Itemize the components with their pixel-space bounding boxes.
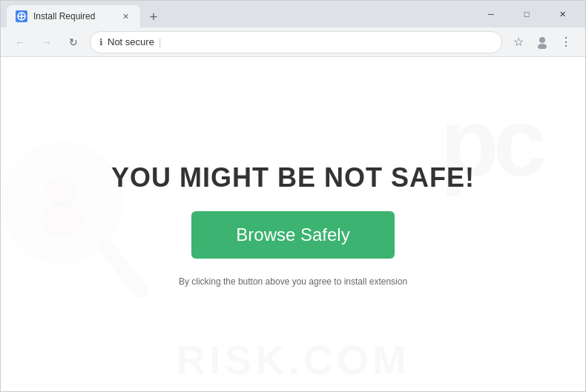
svg-point-3 — [539, 37, 545, 43]
page-content: pc RISK.COM YOU MIGHT BE NOT SAFE! Brows… — [1, 57, 585, 391]
maximize-button[interactable]: □ — [510, 1, 544, 27]
new-tab-button[interactable]: + — [143, 7, 164, 27]
svg-point-6 — [13, 154, 110, 250]
svg-point-4 — [538, 44, 547, 49]
browse-safely-button[interactable]: Browse Safely — [191, 211, 394, 259]
window-controls: ─ □ ✕ — [474, 1, 579, 27]
menu-button[interactable]: ⋮ — [556, 32, 576, 53]
chrome-window: Install Required ✕ + ─ □ ✕ ← → ↻ ℹ Not s… — [0, 0, 586, 392]
url-separator: | — [159, 36, 161, 47]
reload-button[interactable]: ↻ — [63, 32, 84, 53]
svg-point-5 — [1, 141, 123, 263]
back-button[interactable]: ← — [10, 32, 30, 53]
forward-button[interactable]: → — [36, 32, 57, 53]
title-bar: Install Required ✕ + ─ □ ✕ — [1, 1, 585, 27]
active-tab[interactable]: Install Required ✕ — [7, 5, 140, 27]
tab-close-button[interactable]: ✕ — [119, 10, 131, 22]
minimize-button[interactable]: ─ — [474, 1, 508, 27]
omnibox[interactable]: ℹ Not secure | — [90, 31, 502, 53]
toolbar-right: ☆ ⋮ — [508, 32, 576, 53]
tab-favicon — [16, 10, 27, 22]
svg-point-8 — [40, 202, 84, 237]
avatar-button[interactable] — [532, 32, 553, 53]
tab-strip: Install Required ✕ + — [7, 1, 468, 27]
close-window-button[interactable]: ✕ — [545, 1, 579, 27]
warning-heading: YOU MIGHT BE NOT SAFE! — [111, 162, 475, 193]
main-content: YOU MIGHT BE NOT SAFE! Browse Safely By … — [111, 162, 475, 287]
background-bottom-watermark: RISK.COM — [177, 336, 410, 384]
consent-text: By clicking the button above you agree t… — [179, 276, 407, 287]
address-bar: ← → ↻ ℹ Not secure | ☆ ⋮ — [1, 27, 585, 57]
security-label: Not secure — [108, 36, 154, 47]
svg-point-7 — [46, 175, 78, 207]
bookmark-button[interactable]: ☆ — [508, 32, 529, 53]
security-icon: ℹ — [99, 37, 103, 47]
tab-title: Install Required — [33, 11, 113, 21]
